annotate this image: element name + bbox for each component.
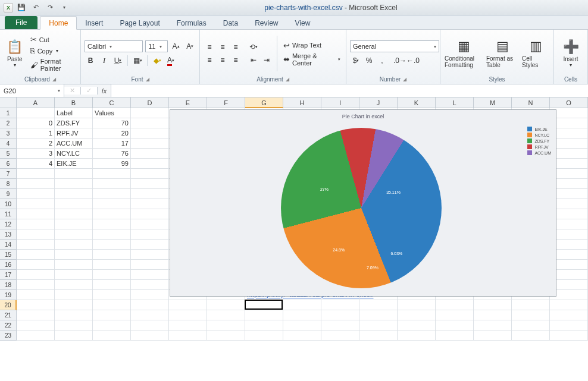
formula-input[interactable] [111, 84, 588, 97]
number-dialog-launcher[interactable]: ◢ [403, 77, 406, 82]
tab-file[interactable]: File [5, 16, 37, 29]
underline-button[interactable]: U▾ [112, 55, 124, 67]
cell-C19[interactable] [93, 290, 131, 300]
cell-A18[interactable] [17, 280, 55, 290]
decrease-indent-button[interactable]: ⇤ [248, 54, 259, 66]
row-header-1[interactable]: 1 [0, 108, 17, 118]
cell-A5[interactable]: 3 [17, 149, 55, 159]
cell-J21[interactable] [359, 310, 398, 320]
cell-C6[interactable]: 99 [93, 159, 131, 169]
accounting-format-button[interactable]: $▾ [350, 55, 362, 67]
cell-B9[interactable] [55, 189, 93, 199]
name-box[interactable]: G20▾ [0, 84, 64, 97]
cell-I20[interactable] [321, 300, 359, 310]
italic-button[interactable]: I [98, 55, 110, 67]
fx-icon[interactable]: fx [98, 87, 111, 95]
qat-customize[interactable]: ▾ [58, 2, 70, 14]
cell-H23[interactable] [283, 330, 321, 341]
cell-C22[interactable] [93, 320, 131, 330]
cell-J22[interactable] [359, 320, 398, 330]
cell-D7[interactable] [131, 169, 169, 179]
cell-A1[interactable] [17, 108, 55, 118]
merge-center-button[interactable]: ⬌Merge & Center▾ [282, 52, 342, 67]
cell-D15[interactable] [131, 250, 169, 260]
col-header-I[interactable]: I [321, 97, 359, 108]
tab-insert[interactable]: Insert [77, 17, 111, 29]
cell-B23[interactable] [55, 330, 93, 341]
bold-button[interactable]: B [85, 55, 96, 67]
cell-H22[interactable] [283, 320, 321, 330]
cell-D6[interactable] [131, 159, 169, 169]
tab-formulas[interactable]: Formulas [168, 17, 215, 29]
cell-A9[interactable] [17, 189, 55, 199]
font-name-combo[interactable]: Calibri▾ [85, 40, 143, 52]
cell-A16[interactable] [17, 260, 55, 270]
cell-C7[interactable] [93, 169, 131, 179]
cell-A11[interactable] [17, 209, 55, 219]
cell-D4[interactable] [131, 138, 169, 149]
embedded-chart[interactable]: Pie Chart in excel EIK.JENCY.LCZDS.FYRPF… [170, 109, 556, 297]
cell-D22[interactable] [131, 320, 169, 330]
row-header-5[interactable]: 5 [0, 149, 17, 159]
cell-B20[interactable] [55, 300, 93, 310]
cell-D20[interactable] [131, 300, 169, 310]
row-header-8[interactable]: 8 [0, 179, 17, 189]
conditional-formatting-button[interactable]: ▦Conditional Formatting [444, 34, 483, 73]
col-header-O[interactable]: O [550, 97, 588, 108]
cell-C17[interactable] [93, 270, 131, 280]
row-header-13[interactable]: 13 [0, 229, 17, 240]
cell-D5[interactable] [131, 149, 169, 159]
cell-O21[interactable] [550, 310, 588, 320]
align-middle-button[interactable]: ≡ [217, 41, 229, 53]
cell-F22[interactable] [207, 320, 245, 330]
shrink-font-button[interactable]: A▾ [184, 40, 196, 52]
cell-A4[interactable]: 2 [17, 138, 55, 149]
cell-E23[interactable] [169, 330, 207, 341]
col-header-F[interactable]: F [207, 97, 245, 108]
cell-D16[interactable] [131, 260, 169, 270]
align-center-button[interactable]: ≡ [217, 54, 229, 66]
alignment-dialog-launcher[interactable]: ◢ [286, 77, 289, 82]
cell-K21[interactable] [398, 310, 436, 320]
row-header-19[interactable]: 19 [0, 290, 17, 300]
percent-format-button[interactable]: % [363, 55, 375, 67]
cell-L21[interactable] [436, 310, 474, 320]
row-header-2[interactable]: 2 [0, 118, 17, 128]
tab-review[interactable]: Review [246, 17, 286, 29]
cell-D3[interactable] [131, 128, 169, 138]
orientation-button[interactable]: ⟲▾ [248, 41, 259, 53]
cell-D19[interactable] [131, 290, 169, 300]
col-header-B[interactable]: B [55, 97, 93, 108]
cell-D10[interactable] [131, 199, 169, 209]
cell-A7[interactable] [17, 169, 55, 179]
cell-A22[interactable] [17, 320, 55, 330]
col-header-L[interactable]: L [436, 97, 474, 108]
cell-C16[interactable] [93, 260, 131, 270]
worksheet-grid[interactable]: ABCDEFGHIJKLMNO 123456789101112131415161… [0, 97, 588, 380]
cell-G21[interactable] [245, 310, 283, 320]
cell-J20[interactable] [359, 300, 398, 310]
cell-C15[interactable] [93, 250, 131, 260]
cell-G22[interactable] [245, 320, 283, 330]
font-size-combo[interactable]: 11▾ [145, 40, 167, 52]
tab-page-layout[interactable]: Page Layout [111, 17, 168, 29]
row-header-23[interactable]: 23 [0, 330, 17, 341]
cell-B19[interactable] [55, 290, 93, 300]
cell-I23[interactable] [321, 330, 359, 341]
col-header-K[interactable]: K [398, 97, 436, 108]
row-header-3[interactable]: 3 [0, 128, 17, 138]
row-header-14[interactable]: 14 [0, 240, 17, 250]
cell-B18[interactable] [55, 280, 93, 290]
row-header-15[interactable]: 15 [0, 250, 17, 260]
cell-B3[interactable]: RPF.JV [55, 128, 93, 138]
row-header-9[interactable]: 9 [0, 189, 17, 199]
cell-A2[interactable]: 0 [17, 118, 55, 128]
row-header-12[interactable]: 12 [0, 219, 17, 229]
cell-O22[interactable] [550, 320, 588, 330]
cell-B7[interactable] [55, 169, 93, 179]
comma-format-button[interactable]: , [376, 55, 388, 67]
tab-home[interactable]: Home [40, 16, 77, 30]
cell-K23[interactable] [398, 330, 436, 341]
cell-J23[interactable] [359, 330, 398, 341]
row-header-11[interactable]: 11 [0, 209, 17, 219]
